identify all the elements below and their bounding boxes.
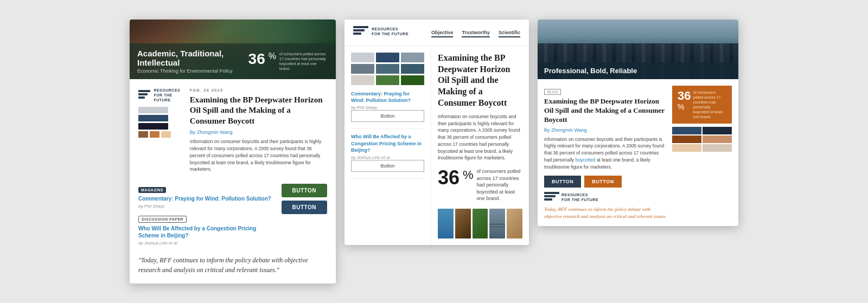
p2-logo: RESOURCES FOR THE FUTURE — [353, 26, 409, 37]
sidebar-btn-2[interactable]: Button — [351, 160, 424, 172]
p3-stat-box: 36 % of consumers polled across 17 count… — [672, 86, 732, 124]
magazine-tag: MAGAZINE — [138, 187, 166, 193]
main-article-title: Examining the BP Deepwater Horizon Oil S… — [190, 95, 327, 127]
side-articles: MAGAZINE Commentary: Praying for Wind: P… — [138, 184, 275, 250]
col-left: RESOURCES FOR THE FUTURE — [138, 88, 183, 178]
p2-main-title: Examining the BP Deepwater Horizon Oil S… — [438, 53, 522, 109]
sidebar-btn-1[interactable]: Button — [351, 110, 424, 122]
p3-stat-pct: % — [678, 102, 684, 111]
panel-1-content: RESOURCES FOR THE FUTURE — [130, 79, 336, 283]
p3-right: 36 % of consumers polled across 17 count… — [672, 86, 732, 220]
p3-body: Information on consumer boycotts and the… — [544, 136, 667, 171]
photo-strip — [438, 209, 522, 238]
stat-text: of consumers polled across 17 countries … — [279, 51, 328, 71]
boycott-link[interactable]: boycotted — [576, 157, 596, 163]
p2-stat-pct: % — [463, 168, 474, 182]
p2-body: Information on consumer boycotts and the… — [438, 113, 522, 162]
photo-logs — [455, 209, 471, 238]
sidebar-author-1: by Phil Sharp — [351, 105, 424, 110]
side-title-1: Commentary: Praying for Wind: Pollution … — [138, 195, 275, 202]
p2-swatches — [351, 53, 424, 85]
nav-trustworthy[interactable]: Trustworthy — [462, 30, 490, 37]
panel-2: RESOURCES FOR THE FUTURE Objective Trust… — [344, 20, 529, 245]
p3-btn-1[interactable]: BUTTON — [544, 176, 581, 188]
btn-2[interactable]: Button — [282, 201, 327, 214]
nav-scientific[interactable]: Scientific — [499, 30, 520, 37]
sidebar-author-2: by Joshua Linn et al. — [351, 155, 424, 160]
rff-logo-icon — [138, 90, 150, 101]
p3-logo-area: RESOURCES FOR THE FUTURE — [544, 192, 667, 203]
p3-hero-title: Professional, Bold, Reliable — [544, 67, 732, 75]
article-body: Information on consumer boycotts and the… — [190, 138, 327, 173]
hero-stat: 36 % of consumers polled across 17 count… — [248, 51, 328, 71]
p2-stat-text: of consumers polled across 17 countries … — [477, 168, 522, 202]
btn-1[interactable]: Button — [282, 184, 327, 197]
side-articles-row: MAGAZINE Commentary: Praying for Wind: P… — [138, 184, 327, 250]
author-link: By Zhongmin Wang — [190, 130, 327, 135]
p3-blog-tag: BLOG — [544, 89, 561, 95]
color-swatches — [138, 107, 171, 138]
sidebar-title-1: Commentary: Praying for Wind: Pollution … — [351, 91, 424, 104]
side-author-1: by Phil Sharp — [138, 204, 275, 209]
p3-swatches — [672, 127, 732, 152]
side-author-2: by Joshua Linn et al. — [138, 241, 275, 246]
p2-logo-icon — [353, 26, 368, 37]
nav-pills: Objective Trustworthy Scientific — [431, 30, 520, 37]
panel-1: Academic, Traditional, Intellectual Econ… — [130, 20, 336, 283]
hero-title-area: Academic, Traditional, Intellectual Econ… — [137, 49, 248, 74]
p3-main-title: Examining the BP Deepwater Horizon Oil S… — [544, 97, 667, 125]
p3-hero-overlay: Professional, Bold, Reliable — [538, 62, 738, 79]
date-text: FEB. 26 2015 — [190, 88, 327, 93]
two-col: RESOURCES FOR THE FUTURE — [138, 88, 327, 178]
sidebar-title-2: Who Will Be Affected by a Congestion Pri… — [351, 133, 424, 154]
p3-quote: Today, RFF continues to inform the polic… — [544, 206, 667, 220]
side-title-2: Who Will Be Affected by a Congestion Pri… — [138, 225, 275, 239]
panel-3-hero: Professional, Bold, Reliable — [538, 20, 738, 79]
photo-water — [438, 209, 454, 238]
logo-area: RESOURCES FOR THE FUTURE — [138, 88, 183, 102]
hero-subtitle: Economic Thinking for Environmental Poli… — [137, 68, 248, 74]
panels-container: Academic, Traditional, Intellectual Econ… — [130, 20, 738, 283]
p3-stat-num: 36 — [678, 89, 691, 102]
p3-btn-2[interactable]: BUTTON — [584, 176, 621, 188]
hero-title: Academic, Traditional, Intellectual — [137, 49, 248, 67]
p3-logo-text: RESOURCES FOR THE FUTURE — [561, 192, 598, 202]
hero-overlay: Academic, Traditional, Intellectual Econ… — [130, 43, 336, 79]
quote: "Today, RFF continues to inform the poli… — [138, 255, 327, 275]
p2-logo-text: RESOURCES FOR THE FUTURE — [372, 27, 409, 36]
panel-1-hero: Academic, Traditional, Intellectual Econ… — [130, 20, 336, 79]
p3-btn-group: BUTTON BUTTON — [544, 176, 667, 188]
stat-percent: % — [269, 51, 276, 61]
panel-3: Professional, Bold, Reliable BLOG Examin… — [538, 20, 738, 227]
p3-left: BLOG Examining the BP Deepwater Horizon … — [544, 86, 667, 220]
col-right: FEB. 26 2015 Examining the BP Deepwater … — [190, 88, 327, 178]
p3-logo-icon — [544, 192, 559, 203]
p3-stat-text: of consumers polled across 17 countries … — [693, 90, 726, 120]
panel-2-header: RESOURCES FOR THE FUTURE Objective Trust… — [344, 20, 529, 46]
panel-2-body: Commentary: Praying for Wind: Pollution … — [344, 46, 529, 245]
sidebar-article-2: Who Will Be Affected by a Congestion Pri… — [351, 133, 424, 179]
nav-objective[interactable]: Objective — [431, 30, 454, 37]
p2-stat: 36 % of consumers polled across 17 count… — [438, 168, 522, 202]
panel-2-right: Examining the BP Deepwater Horizon Oil S… — [431, 46, 529, 245]
panel-2-left: Commentary: Praying for Wind: Pollution … — [344, 46, 431, 245]
p3-author: By Zhongmin Wang — [544, 127, 667, 133]
photo-green — [473, 209, 488, 238]
discussion-tag: DISCUSSION PAPER — [138, 216, 187, 223]
stat-number: 36 — [248, 51, 265, 67]
sidebar-article-1: Commentary: Praying for Wind: Pollution … — [351, 91, 424, 129]
btn-group: Button Button — [282, 184, 327, 244]
photo-wire — [489, 209, 505, 238]
logo-text: RESOURCES FOR THE FUTURE — [154, 88, 183, 102]
photo-sandy — [507, 209, 522, 238]
p2-stat-num: 36 — [438, 168, 459, 188]
p3-content: BLOG Examining the BP Deepwater Horizon … — [538, 79, 738, 227]
